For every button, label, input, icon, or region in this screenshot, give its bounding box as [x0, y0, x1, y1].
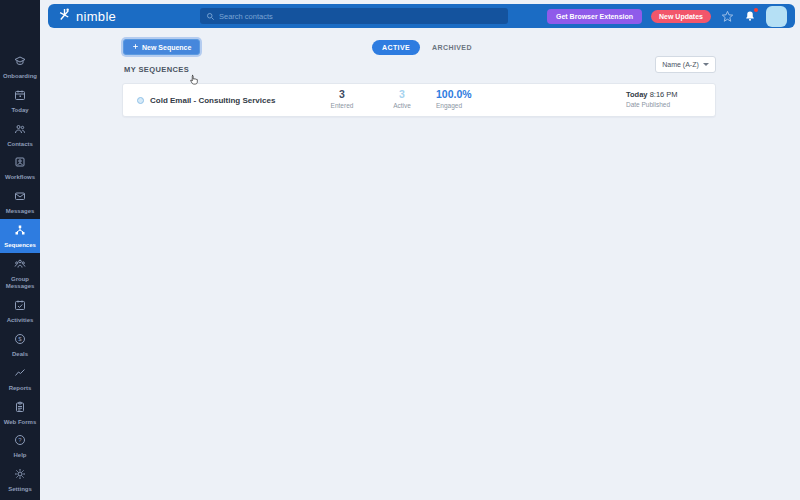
top-header-bar: nimble Get Browser Extension New Updates	[48, 4, 795, 28]
notifications-bell-icon[interactable]	[743, 9, 757, 23]
sidebar: Onboarding Today Contacts Workflows Mess…	[0, 0, 40, 500]
get-browser-extension-button[interactable]: Get Browser Extension	[547, 9, 642, 24]
sidebar-item-web-forms[interactable]: Web Forms	[0, 396, 40, 430]
sidebar-item-label: Messages	[6, 208, 35, 216]
sidebar-item-label: Workflows	[5, 174, 35, 182]
sidebar-item-messages[interactable]: Messages	[0, 185, 40, 219]
main-content: New Sequence ACTIVE ARCHIVED MY SEQUENCE…	[40, 32, 800, 500]
entered-label: Entered	[319, 102, 365, 109]
sidebar-item-label: Activities	[7, 317, 34, 325]
line-chart-icon	[14, 365, 26, 383]
sort-dropdown-label: Name (A-Z)	[662, 61, 699, 68]
graduation-cap-icon	[14, 53, 26, 71]
engaged-stat: 100.0% Engaged	[436, 88, 482, 109]
question-circle-icon: ?	[14, 432, 26, 450]
svg-text:$: $	[18, 336, 22, 342]
star-icon[interactable]	[720, 9, 734, 23]
sidebar-item-label: Group Messages	[1, 276, 39, 292]
sidebar-item-reports[interactable]: Reports	[0, 362, 40, 396]
sidebar-item-workflows[interactable]: Workflows	[0, 151, 40, 185]
envelope-icon	[14, 188, 26, 206]
sidebar-item-label: Today	[11, 107, 28, 115]
tab-archived[interactable]: ARCHIVED	[432, 44, 472, 51]
svg-text:?: ?	[18, 438, 22, 444]
sidebar-item-sequences[interactable]: Sequences	[0, 219, 40, 253]
sidebar-item-label: Deals	[12, 351, 28, 359]
sidebar-item-label: Reports	[9, 385, 32, 393]
date-time: 8:16 PM	[650, 90, 678, 99]
active-value: 3	[379, 88, 425, 100]
sidebar-item-label: Onboarding	[3, 73, 37, 81]
nimble-logo-mark-icon	[57, 7, 72, 26]
sidebar-item-label: Sequences	[4, 242, 36, 250]
people-icon	[14, 121, 26, 139]
sidebar-item-contacts[interactable]: Contacts	[0, 118, 40, 152]
sidebar-item-activities[interactable]: Activities	[0, 294, 40, 328]
date-published-column: Today 8:16 PM Date Published	[626, 90, 678, 108]
gear-icon	[14, 466, 26, 484]
group-icon	[14, 256, 26, 274]
dollar-circle-icon: $	[14, 331, 26, 349]
nimble-logo[interactable]: nimble	[57, 7, 116, 26]
sidebar-item-label: Settings	[8, 486, 32, 494]
entered-value: 3	[319, 88, 365, 100]
sort-dropdown[interactable]: Name (A-Z)	[655, 56, 716, 73]
user-avatar[interactable]	[766, 6, 787, 27]
tab-active[interactable]: ACTIVE	[372, 40, 420, 55]
sidebar-item-settings[interactable]: Settings	[0, 463, 40, 500]
active-stat: 3 Active	[379, 88, 425, 109]
entered-stat: 3 Entered	[319, 88, 365, 109]
search-bar[interactable]	[200, 8, 508, 24]
sidebar-item-label: Web Forms	[4, 419, 37, 427]
calendar-icon	[14, 87, 26, 105]
plus-icon	[132, 43, 139, 51]
date-published-label: Date Published	[626, 101, 678, 108]
search-input[interactable]	[219, 12, 502, 21]
sidebar-item-onboarding[interactable]: Onboarding	[0, 50, 40, 84]
new-sequence-button[interactable]: New Sequence	[123, 39, 200, 55]
sequence-row[interactable]: Cold Email - Consulting Services 3 Enter…	[122, 83, 716, 117]
notification-dot	[754, 8, 758, 12]
sidebar-item-deals[interactable]: $ Deals	[0, 328, 40, 362]
engaged-value: 100.0%	[436, 88, 482, 100]
org-chart-icon	[14, 222, 26, 240]
clipboard-icon	[14, 399, 26, 417]
sidebar-item-label: Contacts	[7, 141, 33, 149]
logo-text: nimble	[76, 9, 116, 24]
date-day: Today	[626, 90, 648, 99]
active-label: Active	[379, 102, 425, 109]
sequence-status-dot	[137, 97, 144, 104]
board-person-icon	[14, 154, 26, 172]
sidebar-item-group-messages[interactable]: Group Messages	[0, 253, 40, 295]
new-updates-badge[interactable]: New Updates	[651, 10, 711, 23]
sidebar-item-label: Help	[13, 452, 26, 460]
sidebar-item-help[interactable]: ? Help	[0, 429, 40, 463]
sequence-tabs: ACTIVE ARCHIVED	[372, 40, 472, 55]
engaged-label: Engaged	[436, 102, 482, 109]
new-sequence-label: New Sequence	[142, 44, 191, 51]
calendar-check-icon	[14, 297, 26, 315]
my-sequences-heading: MY SEQUENCES	[124, 65, 189, 74]
chevron-down-icon	[703, 63, 709, 66]
sidebar-item-today[interactable]: Today	[0, 84, 40, 118]
sequence-title[interactable]: Cold Email - Consulting Services	[150, 96, 275, 105]
search-icon	[206, 7, 215, 25]
